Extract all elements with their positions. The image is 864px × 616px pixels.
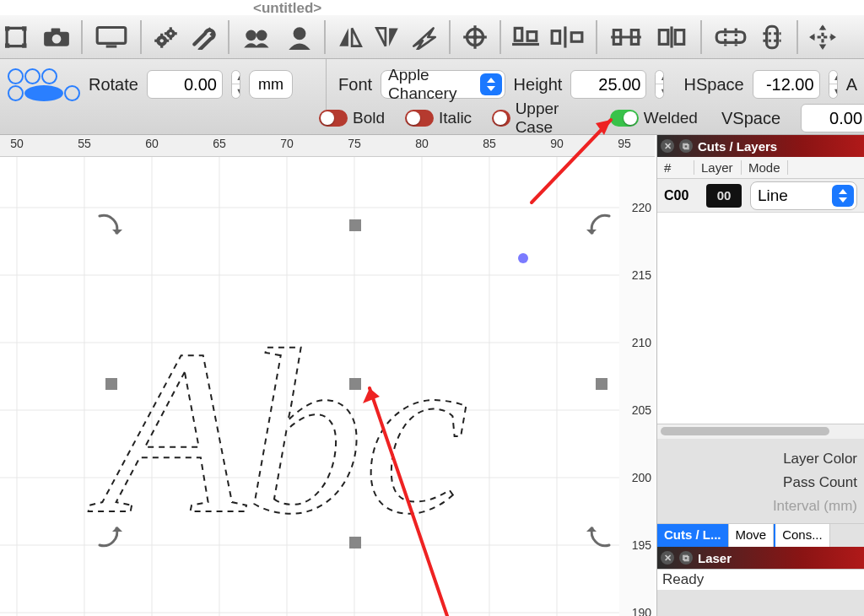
gears-icon[interactable] <box>150 23 182 51</box>
toolbar-separator <box>500 20 501 54</box>
toolbar-separator <box>81 20 83 54</box>
laser-panel-header[interactable]: ✕ ⧉ Laser <box>657 547 864 569</box>
canvas-area: 50 55 60 65 70 75 80 85 90 95 220 215 21… <box>0 135 655 616</box>
svg-point-20 <box>294 27 306 40</box>
align-center-icon[interactable] <box>547 23 587 51</box>
ruler-tick: 70 <box>280 137 294 150</box>
ruler-tick: 75 <box>348 137 361 150</box>
tab-console[interactable]: Cons... <box>774 524 830 547</box>
toolbar-properties: Rotate ▲▼ mm Font Apple Chancery Height … <box>0 59 864 135</box>
spacing-vertical-icon[interactable] <box>756 23 788 51</box>
svg-marker-46 <box>819 44 827 49</box>
ruler-vertical: 220 215 210 205 200 195 190 <box>619 157 655 616</box>
svg-rect-3 <box>5 43 9 47</box>
italic-toggle[interactable]: Italic <box>405 109 472 127</box>
tab-move[interactable]: Move <box>729 524 775 547</box>
undock-icon[interactable]: ⧉ <box>679 551 693 565</box>
spacing-horizontal-icon[interactable] <box>710 23 751 51</box>
bold-label: Bold <box>353 109 385 127</box>
toolbar-separator <box>449 20 451 54</box>
select-object-icon[interactable] <box>3 23 35 51</box>
svg-point-19 <box>256 30 267 41</box>
welded-label: Welded <box>644 109 698 127</box>
distribute-vertical-icon[interactable] <box>651 23 692 51</box>
svg-rect-8 <box>97 27 126 43</box>
hspace-stepper[interactable]: ▲▼ <box>829 70 838 99</box>
units-button[interactable]: mm <box>249 70 293 99</box>
font-name: Apple Chancery <box>388 66 476 103</box>
svg-rect-40 <box>767 26 778 48</box>
svg-rect-1 <box>5 26 9 30</box>
panel-tabs: Cuts / L... Move Cons... <box>657 523 864 547</box>
undock-icon[interactable]: ⧉ <box>679 139 693 153</box>
toolbar-separator <box>228 20 230 54</box>
height-label: Height <box>514 75 563 95</box>
ruler-tick: 60 <box>145 137 159 150</box>
vspace-input[interactable] <box>801 104 864 132</box>
close-icon[interactable]: ✕ <box>661 551 674 565</box>
toolbar-main <box>0 15 864 59</box>
vspace-label: VSpace <box>721 109 780 128</box>
move-icon[interactable] <box>807 23 839 51</box>
font-select[interactable]: Apple Chancery <box>381 70 505 99</box>
layer-properties: Layer Color Pass Count Interval (mm) <box>657 439 864 523</box>
layer-row[interactable]: C00 00 Line <box>657 179 864 213</box>
svg-point-17 <box>170 32 172 35</box>
rotate-stepper[interactable]: ▲▼ <box>231 70 240 99</box>
welded-toggle[interactable]: Welded <box>610 109 698 127</box>
svg-marker-47 <box>809 33 814 41</box>
selection-origin-point <box>518 253 528 263</box>
toolbar-separator <box>140 20 142 54</box>
svg-rect-36 <box>675 30 684 44</box>
origin-selector[interactable] <box>7 68 80 101</box>
layer-badge[interactable]: 00 <box>706 184 742 208</box>
align-horizontal-icon[interactable] <box>510 23 542 51</box>
italic-label: Italic <box>439 109 472 127</box>
window-title: <untitled> <box>253 0 321 17</box>
rotate-input[interactable] <box>147 70 223 99</box>
target-icon[interactable] <box>459 23 491 51</box>
camera-icon[interactable] <box>40 23 73 51</box>
mirror-horizontal-icon[interactable] <box>334 23 366 51</box>
height-input[interactable] <box>570 70 646 99</box>
svg-point-18 <box>246 30 256 41</box>
rotate-handle <box>100 215 122 235</box>
svg-rect-7 <box>51 28 61 33</box>
ruler-tick: 95 <box>618 137 631 150</box>
svg-marker-65 <box>112 230 122 235</box>
uppercase-label: Upper Case <box>516 100 570 137</box>
svg-rect-2 <box>22 26 26 30</box>
ruler-tick: 85 <box>483 137 496 150</box>
selection-handle <box>596 378 608 390</box>
bold-toggle[interactable]: Bold <box>319 109 385 127</box>
layer-mode-select[interactable]: Line <box>750 181 857 210</box>
toolbar-separator <box>596 20 597 54</box>
height-stepper[interactable]: ▲▼ <box>655 70 664 99</box>
close-icon[interactable]: ✕ <box>661 139 674 153</box>
user-icon[interactable] <box>284 23 316 51</box>
hspace-input[interactable] <box>753 70 820 99</box>
hspace-label: HSpace <box>683 75 743 95</box>
rotate-handle <box>586 527 609 546</box>
tools-icon[interactable] <box>187 23 219 51</box>
send-to-laser-icon[interactable] <box>408 23 440 51</box>
ruler-tick: 80 <box>415 137 429 150</box>
uppercase-toggle[interactable]: Upper Case <box>492 100 570 137</box>
group-icon[interactable] <box>238 23 278 51</box>
distribute-horizontal-icon[interactable] <box>606 23 646 51</box>
svg-rect-26 <box>527 31 537 41</box>
canvas-text-object: Abc <box>87 300 469 563</box>
scrollbar-horizontal[interactable] <box>657 424 864 439</box>
monitor-icon[interactable] <box>91 23 132 51</box>
svg-point-16 <box>160 39 164 42</box>
mirror-vertical-icon[interactable] <box>371 23 403 51</box>
canvas[interactable]: Abc <box>0 157 619 616</box>
svg-rect-9 <box>106 45 117 47</box>
tab-cuts[interactable]: Cuts / L... <box>657 524 729 547</box>
selection-handle <box>349 537 361 548</box>
ruler-tick: 65 <box>213 137 226 150</box>
toolbar-separator <box>324 20 326 54</box>
layer-id: C00 <box>664 188 698 203</box>
laser-panel-title: Laser <box>698 551 732 565</box>
panel-header[interactable]: ✕ ⧉ Cuts / Layers <box>657 135 864 157</box>
